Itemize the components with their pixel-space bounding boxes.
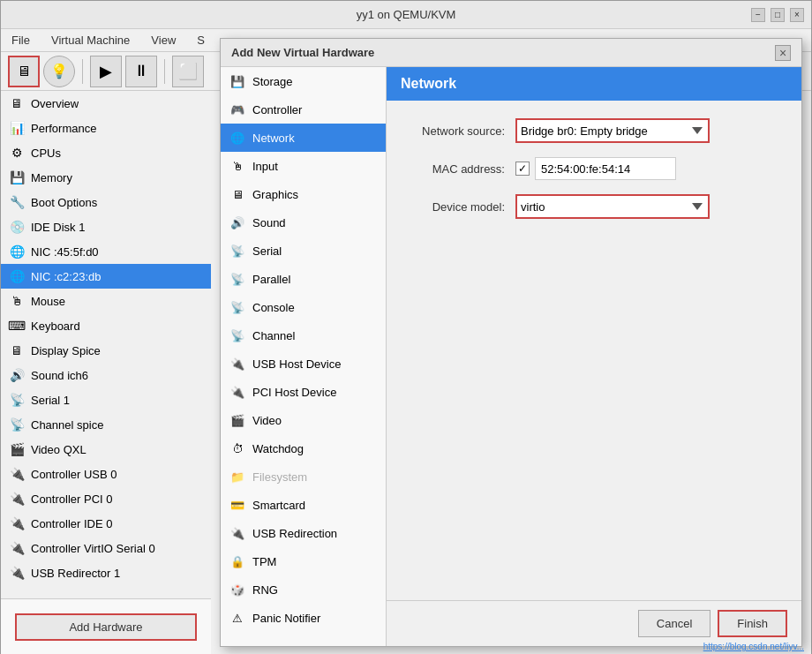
sidebar-item-performance[interactable]: 📊Performance xyxy=(1,116,211,140)
sidebar-item-controller-ide-0[interactable]: 🔌Controller IDE 0 xyxy=(1,511,211,536)
sidebar-item-sound-ich6[interactable]: 🔊Sound ich6 xyxy=(1,363,211,387)
sidebar-item-icon: ⚙ xyxy=(8,144,26,162)
hw-item-label: USB Redirection xyxy=(252,527,337,540)
hw-item-label: Graphics xyxy=(252,188,298,201)
hw-item-icon: 🔒 xyxy=(229,553,245,569)
hw-item-usb-redirection[interactable]: 🔌USB Redirection xyxy=(221,519,386,547)
hw-item-watchdog[interactable]: ⏱Watchdog xyxy=(221,434,386,462)
maximize-btn[interactable]: □ xyxy=(771,8,785,22)
sidebar-item-label: Memory xyxy=(31,171,72,184)
hw-item-usb-host-device[interactable]: 🔌USB Host Device xyxy=(221,350,386,378)
sidebar-item-label: Boot Options xyxy=(31,196,97,209)
mac-input[interactable] xyxy=(535,157,676,180)
sidebar-item-controller-virtio-serial-0[interactable]: 🔌Controller VirtIO Serial 0 xyxy=(1,536,211,560)
sidebar-item-icon: 🖥 xyxy=(8,342,26,359)
close-btn[interactable]: × xyxy=(790,8,804,22)
menu-file[interactable]: File xyxy=(8,32,34,49)
menu-virtual-machine[interactable]: Virtual Machine xyxy=(48,32,133,49)
sidebar-item-controller-pci-0[interactable]: 🔌Controller PCI 0 xyxy=(1,486,211,511)
hw-item-parallel[interactable]: 📡Parallel xyxy=(221,265,386,293)
add-hardware-button[interactable]: Add Hardware xyxy=(15,613,197,641)
hw-item-icon: 📡 xyxy=(229,327,245,343)
sidebar-item-label: Sound ich6 xyxy=(31,369,88,382)
sidebar-item-ide-disk-1[interactable]: 💿IDE Disk 1 xyxy=(1,214,211,239)
dialog-title: Add New Virtual Hardware xyxy=(231,46,374,59)
hw-item-label: Input xyxy=(252,160,278,173)
sidebar-item-keyboard[interactable]: ⌨Keyboard xyxy=(1,313,211,338)
pause-btn[interactable]: ⏸ xyxy=(125,56,157,87)
cancel-button[interactable]: Cancel xyxy=(638,610,710,637)
sidebar-item-serial-1[interactable]: 📡Serial 1 xyxy=(1,387,211,412)
dialog-close-btn[interactable]: × xyxy=(775,45,791,61)
sidebar-item-overview[interactable]: 🖥Overview xyxy=(1,91,211,116)
hw-item-input[interactable]: 🖱Input xyxy=(221,152,386,180)
hw-item-pci-host-device[interactable]: 🔌PCI Host Device xyxy=(221,378,386,406)
bulb-btn[interactable]: 💡 xyxy=(43,56,75,87)
hw-item-label: Parallel xyxy=(252,273,290,286)
sidebar-item-icon: 🖱 xyxy=(8,292,26,310)
sidebar-item-icon: 🎬 xyxy=(8,440,26,458)
hw-item-controller[interactable]: 🎮Controller xyxy=(221,95,386,124)
sidebar-item-usb-redirector-1[interactable]: 🔌USB Redirector 1 xyxy=(1,560,211,585)
hw-items-container: 💾Storage🎮Controller🌐Network🖱Input🖥Graphi… xyxy=(221,67,386,632)
sidebar-item-label: IDE Disk 1 xyxy=(31,221,85,234)
hw-item-serial[interactable]: 📡Serial xyxy=(221,237,386,265)
hw-item-label: RNG xyxy=(252,583,278,597)
sidebar-item-display-spice[interactable]: 🖥Display Spice xyxy=(1,338,211,363)
hw-item-label: USB Host Device xyxy=(252,357,341,371)
hw-item-label: TPM xyxy=(252,555,276,568)
sidebar-item-label: Display Spice xyxy=(31,344,101,357)
hw-item-video[interactable]: 🎬Video xyxy=(221,406,386,434)
sidebar-item-icon: 📡 xyxy=(8,416,26,433)
hw-item-rng[interactable]: 🎲RNG xyxy=(221,575,386,604)
hw-item-smartcard[interactable]: 💳Smartcard xyxy=(221,491,386,519)
play-btn[interactable]: ▶ xyxy=(90,56,122,87)
menu-s[interactable]: S xyxy=(193,32,208,49)
hw-item-icon: 🔌 xyxy=(229,525,245,541)
hw-item-icon: 🎲 xyxy=(229,582,245,598)
hw-item-label: Panic Notifier xyxy=(252,612,320,625)
hw-item-graphics[interactable]: 🖥Graphics xyxy=(221,180,386,208)
mac-checkbox[interactable]: ✓ xyxy=(515,162,530,176)
hw-item-icon: ⏱ xyxy=(229,440,245,456)
monitor-btn[interactable]: 🖥 xyxy=(8,56,40,87)
sidebar-item-nic--45-5f-d0[interactable]: 🌐NIC :45:5f:d0 xyxy=(1,239,211,264)
sidebar-scroll: 🖥Overview📊Performance⚙CPUs💾Memory🔧Boot O… xyxy=(1,91,211,598)
dialog-footer: Cancel Finish xyxy=(387,600,801,646)
hw-item-label: PCI Host Device xyxy=(252,386,336,399)
device-model-select[interactable]: virtio e1000 rtl8139 ne2k_pci xyxy=(515,194,710,219)
hw-item-network[interactable]: 🌐Network xyxy=(221,124,386,152)
sidebar-item-label: Controller PCI 0 xyxy=(31,492,112,506)
network-source-control: Bridge br0: Empty bridge xyxy=(515,118,787,143)
hw-item-filesystem: 📁Filesystem xyxy=(221,462,386,491)
menu-view[interactable]: View xyxy=(147,32,179,49)
sidebar-item-controller-usb-0[interactable]: 🔌Controller USB 0 xyxy=(1,462,211,486)
hw-item-label: Storage xyxy=(252,75,293,88)
sidebar-item-channel-spice[interactable]: 📡Channel spice xyxy=(1,412,211,437)
title-bar: yy1 on QEMU/KVM − □ × xyxy=(1,1,811,29)
hw-item-storage[interactable]: 💾Storage xyxy=(221,67,386,95)
screen-btn[interactable]: ⬜ xyxy=(172,56,204,87)
sidebar-item-boot-options[interactable]: 🔧Boot Options xyxy=(1,190,211,214)
sidebar-item-video-qxl[interactable]: 🎬Video QXL xyxy=(1,437,211,462)
sidebar-item-mouse[interactable]: 🖱Mouse xyxy=(1,289,211,313)
hw-item-tpm[interactable]: 🔒TPM xyxy=(221,547,386,575)
finish-button[interactable]: Finish xyxy=(718,610,787,637)
network-source-select[interactable]: Bridge br0: Empty bridge xyxy=(515,118,710,143)
sidebar-item-label: Performance xyxy=(31,122,96,135)
network-source-row: Network source: Bridge br0: Empty bridge xyxy=(401,118,787,143)
hw-item-sound[interactable]: 🔊Sound xyxy=(221,208,386,237)
sidebar-item-memory[interactable]: 💾Memory xyxy=(1,165,211,190)
hw-item-icon: 🔌 xyxy=(229,356,245,372)
hw-item-panic-notifier[interactable]: ⚠Panic Notifier xyxy=(221,604,386,632)
device-model-label: Device model: xyxy=(401,200,515,214)
minimize-btn[interactable]: − xyxy=(751,8,765,22)
main-window: yy1 on QEMU/KVM − □ × File Virtual Machi… xyxy=(0,0,812,654)
sidebar-item-nic--c2-23-db[interactable]: 🌐NIC :c2:23:db xyxy=(1,264,211,289)
hw-item-icon: 🌐 xyxy=(229,130,245,146)
toolbar-separator-2 xyxy=(164,59,165,84)
sidebar-item-cpus[interactable]: ⚙CPUs xyxy=(1,140,211,165)
hw-item-label: Channel xyxy=(252,329,295,342)
hw-item-channel[interactable]: 📡Channel xyxy=(221,321,386,350)
hw-item-console[interactable]: 📡Console xyxy=(221,293,386,321)
